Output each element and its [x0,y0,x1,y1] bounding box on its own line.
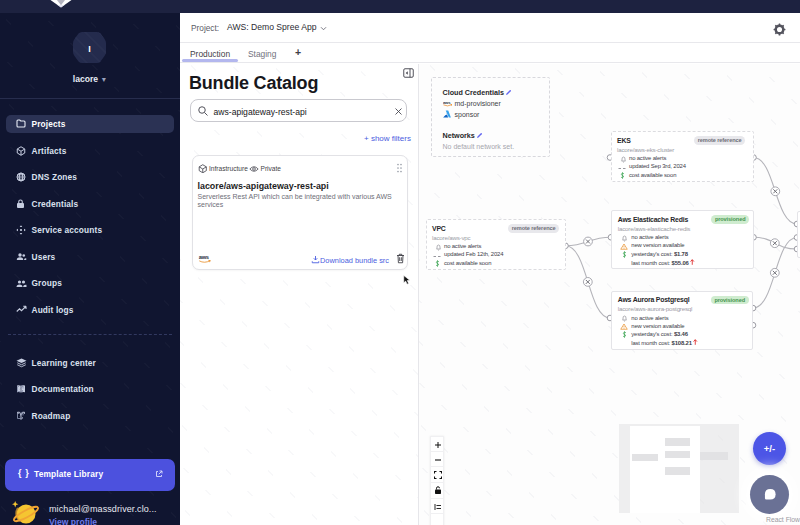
svg-text:I: I [88,44,91,54]
svg-text:aws: aws [443,100,451,105]
svg-text:aws: aws [198,253,208,259]
